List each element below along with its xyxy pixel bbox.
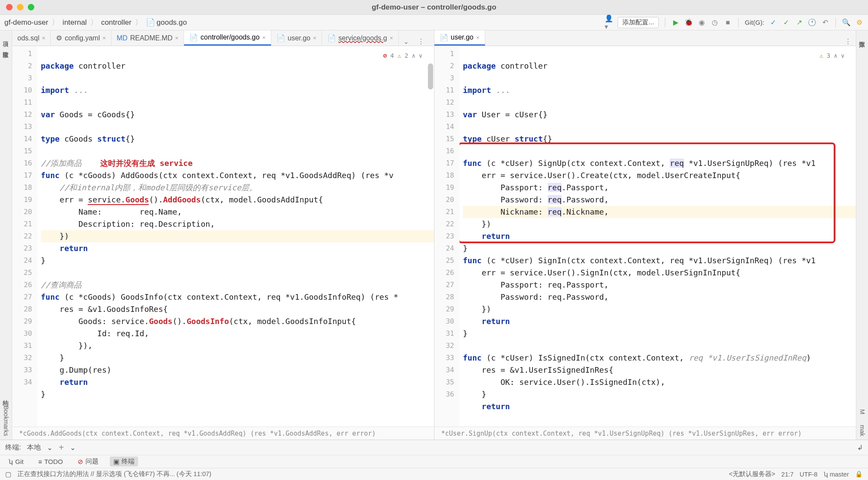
tool-tab-terminal[interactable]: ▣终端 xyxy=(110,457,138,467)
annotation-highlight-box xyxy=(460,142,835,243)
tool-tab-todo[interactable]: ≡TODO xyxy=(35,457,66,466)
terminal-tabs: 终端: 本地 ⌄ + ⌄ ↲ xyxy=(0,440,868,455)
annotation-service-not-generated: 这时并没有生成 service xyxy=(100,159,193,168)
terminal-soft-wrap-icon[interactable]: ↲ xyxy=(857,444,863,452)
git-history-icon[interactable]: 🕐 xyxy=(808,18,816,27)
warning-badge-icon: ⚠ xyxy=(819,50,823,62)
crumb-file[interactable]: goods.go xyxy=(157,18,187,27)
profile-icon[interactable]: ◷ xyxy=(710,18,719,27)
crumb-root[interactable]: gf-demo-user xyxy=(4,18,48,27)
close-icon[interactable]: × xyxy=(476,34,480,41)
error-badge-icon: ⊘ xyxy=(383,50,387,62)
close-icon[interactable]: × xyxy=(313,35,316,41)
window-title: gf-demo-user – controller/goods.go xyxy=(0,3,868,12)
left-editor[interactable]: 1231011121314151617181920212223242526272… xyxy=(12,46,434,427)
right-editor-pane: 📄user.go× ⋮ 1231112131415161718192021222… xyxy=(434,30,856,440)
user-icon[interactable]: 👤▾ xyxy=(605,18,613,27)
close-icon[interactable]: × xyxy=(175,35,178,41)
tool-tab-git[interactable]: ʮGit xyxy=(5,457,27,467)
tabs-dropdown-icon[interactable]: ⌄ xyxy=(399,37,413,46)
ide-settings-icon[interactable]: ⚙ xyxy=(855,18,864,27)
left-code[interactable]: package controller import ... var Goods … xyxy=(37,46,434,427)
navigation-bar: gf-demo-user〉 internal〉 controller〉 📄 go… xyxy=(0,15,868,30)
chevron-down-icon[interactable]: ∨ xyxy=(419,50,422,62)
chevron-right-icon: 〉 xyxy=(52,17,59,27)
sidebar-tab-structure[interactable]: 结构 xyxy=(2,392,10,399)
status-message: 正在查找接口方法的用法 // 显示选项 (飞仑锋F7) 不再... (今天 11… xyxy=(17,470,211,478)
right-func-breadcrumb[interactable]: *cUser.SignUp(ctx context.Context, req *… xyxy=(434,427,856,440)
left-tool-strip: 项目 拉取请求 结构 Bookmarks xyxy=(0,30,12,440)
status-caret-position[interactable]: 21:7 xyxy=(781,471,793,478)
close-icon[interactable]: × xyxy=(262,34,266,41)
git-rollback-icon[interactable]: ↶ xyxy=(821,18,829,27)
tab-user-go-right[interactable]: 📄user.go× xyxy=(434,30,485,46)
left-inspection-widget[interactable]: ⊘4 ⚠2 ∧∨ xyxy=(381,49,425,63)
tab-readme-md[interactable]: MDREADME.MD× xyxy=(112,30,184,46)
chevron-up-icon[interactable]: ∧ xyxy=(834,50,837,62)
git-label: Git(G): xyxy=(745,19,764,26)
close-icon[interactable]: × xyxy=(102,35,106,41)
debug-icon[interactable]: 🐞 xyxy=(684,18,693,27)
terminal-label: 终端: xyxy=(5,443,21,452)
chevron-right-icon: 〉 xyxy=(135,17,142,27)
status-lock-icon[interactable]: 🔒 xyxy=(855,470,863,478)
sidebar-tab-database[interactable]: 数据库 xyxy=(858,33,866,40)
status-server[interactable]: <无默认服务器> xyxy=(729,470,775,478)
terminal-more-dropdown-icon[interactable]: ⌄ xyxy=(70,444,76,452)
breadcrumb[interactable]: gf-demo-user〉 internal〉 controller〉 📄 go… xyxy=(4,17,187,27)
status-bar: ▢ 正在查找接口方法的用法 // 显示选项 (飞仑锋F7) 不再... (今天 … xyxy=(0,468,868,480)
status-git-branch[interactable]: ʮ master xyxy=(824,471,849,478)
sidebar-tab-project[interactable]: 项目 xyxy=(2,33,10,40)
editor-tabs-right: 📄user.go× ⋮ xyxy=(434,30,856,46)
terminal-add-icon[interactable]: + xyxy=(59,443,64,453)
tool-window-bar: ʮGit ≡TODO ⊘问题 ▣终端 xyxy=(0,455,868,468)
right-inspection-widget[interactable]: ⚠3 ∧∨ xyxy=(817,49,847,63)
crumb-internal[interactable]: internal xyxy=(62,18,87,27)
terminal-tab-dropdown-icon[interactable]: ⌄ xyxy=(47,444,53,452)
close-icon[interactable]: × xyxy=(390,35,393,41)
status-tool-icon[interactable]: ▢ xyxy=(5,471,11,478)
run-icon[interactable]: ▶ xyxy=(671,18,680,27)
chevron-right-icon: 〉 xyxy=(90,17,98,27)
sidebar-tab-bookmarks[interactable]: Bookmarks xyxy=(3,402,10,440)
right-tool-strip: 数据库 M mak xyxy=(856,30,868,440)
add-config-button[interactable]: 添加配置... xyxy=(618,17,659,28)
tab-user-go[interactable]: 📄user.go× xyxy=(271,30,322,46)
chevron-down-icon[interactable]: ∨ xyxy=(841,50,845,62)
titlebar: gf-demo-user – controller/goods.go xyxy=(0,0,868,15)
tab-service-goods-go[interactable]: 📄service/goods.g× xyxy=(322,30,399,46)
right-code[interactable]: package controller import ... var User =… xyxy=(460,46,856,427)
search-icon[interactable]: 🔍 xyxy=(842,18,851,27)
tab-controller-goods-go[interactable]: 📄controller/goods.go× xyxy=(184,30,271,46)
tabs-more-icon[interactable]: ⋮ xyxy=(413,37,429,46)
git-push-icon[interactable]: ↗ xyxy=(795,18,803,27)
right-gutter: 1231112131415161718192021222324252627282… xyxy=(434,46,460,427)
git-update-icon[interactable]: ✓ xyxy=(769,18,777,27)
chevron-up-icon[interactable]: ∧ xyxy=(412,50,415,62)
terminal-icon: ▣ xyxy=(113,458,119,466)
left-editor-pane: ods.sql× ⚙config.yaml× MDREADME.MD× 📄con… xyxy=(12,30,434,440)
sidebar-tab-pull-requests[interactable]: 拉取请求 xyxy=(2,43,10,50)
terminal-tab-local[interactable]: 本地 xyxy=(27,443,41,452)
right-editor[interactable]: 1231112131415161718192021222324252627282… xyxy=(434,46,856,427)
bottom-panel: 终端: 本地 ⌄ + ⌄ ↲ ʮGit ≡TODO ⊘问题 ▣终端 ▢ 正在查找… xyxy=(0,440,868,480)
left-gutter: 1231011121314151617181920212223242526272… xyxy=(12,46,37,427)
status-encoding[interactable]: UTF-8 xyxy=(800,471,818,478)
warning-badge-icon: ⚠ xyxy=(398,50,401,62)
tabs-more-icon[interactable]: ⋮ xyxy=(840,37,856,46)
tab-ods-sql[interactable]: ods.sql× xyxy=(12,30,51,46)
coverage-icon[interactable]: ◉ xyxy=(697,18,706,27)
sidebar-tab-m[interactable]: M xyxy=(859,406,866,418)
left-func-breadcrumb[interactable]: *cGoods.AddGoods(ctx context.Context, re… xyxy=(12,427,434,440)
scrollbar-thumb[interactable] xyxy=(428,63,433,89)
git-commit-icon[interactable]: ✓ xyxy=(782,18,790,27)
tab-config-yaml[interactable]: ⚙config.yaml× xyxy=(51,30,112,46)
tool-tab-problems[interactable]: ⊘问题 xyxy=(74,457,102,467)
crumb-controller[interactable]: controller xyxy=(101,18,132,27)
close-icon[interactable]: × xyxy=(42,35,46,41)
sidebar-tab-make[interactable]: mak xyxy=(859,421,866,440)
branch-icon: ʮ xyxy=(9,458,13,466)
editor-tabs-left: ods.sql× ⚙config.yaml× MDREADME.MD× 📄con… xyxy=(12,30,434,46)
error-icon: ⊘ xyxy=(78,458,83,466)
stop-icon[interactable]: ■ xyxy=(723,18,732,27)
